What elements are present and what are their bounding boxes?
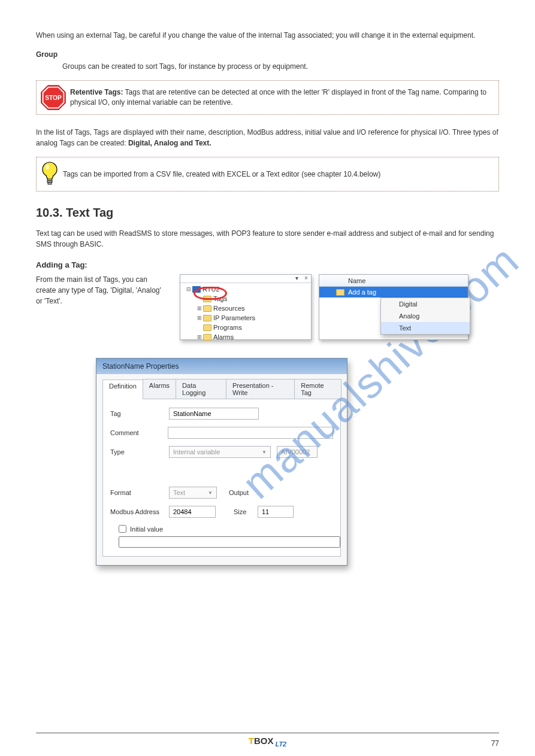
adding-tag-subtitle: Adding a Tag: <box>36 260 499 269</box>
label-comment: Comment <box>110 429 168 436</box>
chevron-down-icon: ▼ <box>208 490 213 496</box>
expander-icon[interactable]: ⊟ <box>185 286 192 292</box>
folder-icon <box>203 305 211 312</box>
name-list-panel: Name Add a tag Digital Analog Text <box>319 274 468 340</box>
list-column-header[interactable]: Name <box>319 275 468 287</box>
svg-rect-5 <box>47 181 52 183</box>
tree-item-resources[interactable]: ⊞ Resources <box>183 303 309 313</box>
dialog-tabs: Definition Alarms Data Logging Presentat… <box>102 379 341 399</box>
tree-view-panel: ▾ × ⊟ RTU2 Tags ⊞ Resources <box>180 274 312 340</box>
input-size[interactable] <box>258 506 294 518</box>
tab-alarms[interactable]: Alarms <box>143 379 176 399</box>
combo-format: Text ▼ <box>169 487 217 499</box>
checkbox-initial-value[interactable] <box>119 525 126 533</box>
chevron-down-icon: ▼ <box>262 450 267 455</box>
label-size: Size <box>234 508 258 515</box>
tag-list-paragraph: In the list of Tags, Tags are displayed … <box>36 127 499 148</box>
tree-root-label: RTU2 <box>202 286 220 293</box>
input-modbus[interactable] <box>169 506 216 518</box>
tree-item-label: IP Parameters <box>213 314 255 321</box>
label-format: Format <box>110 489 169 496</box>
context-menu: Digital Analog Text <box>380 297 470 335</box>
folder-icon <box>203 296 211 302</box>
tab-remote-tag[interactable]: Remote Tag <box>294 379 341 399</box>
combo-type: Internal variable ▼ <box>169 446 271 458</box>
svg-point-3 <box>43 162 57 177</box>
app-icon <box>192 286 201 293</box>
tree-titlebar: ▾ × <box>180 275 311 283</box>
tree-close-icon[interactable]: × <box>301 275 311 283</box>
tree-root[interactable]: ⊟ RTU2 <box>183 284 309 294</box>
add-tag-description: From the main list of Tags, you can crea… <box>36 274 168 340</box>
footer-rule <box>36 733 499 733</box>
stop-icon: STOP <box>40 84 67 111</box>
label-output: Output <box>229 489 249 496</box>
group-heading: Group <box>36 49 499 60</box>
group-paragraph: Groups can be created to sort Tags, for … <box>62 61 499 72</box>
list-row-add-tag[interactable]: Add a tag <box>319 287 468 297</box>
tree-item-alarms[interactable]: ⊞ Alarms <box>183 332 309 342</box>
label-modbus: Modbus Address <box>110 508 169 515</box>
tree-item-label: Resources <box>213 305 245 312</box>
list-row-label: Add a tag <box>348 289 376 296</box>
page-number: 77 <box>491 739 499 748</box>
tree-dropdown-icon[interactable]: ▾ <box>292 275 301 283</box>
stop-callout-text: Tags that are retentive can be detected … <box>70 88 486 107</box>
svg-text:STOP: STOP <box>45 95 62 101</box>
input-comment[interactable] <box>168 427 333 439</box>
text-tag-paragraph: Text tag can be used with ReadSMS to sto… <box>36 228 499 250</box>
svg-rect-4 <box>47 179 52 181</box>
tree-item-ip-parameters[interactable]: ⊞ IP Parameters <box>183 313 309 323</box>
input-tag[interactable] <box>169 408 259 420</box>
folder-icon <box>203 315 211 321</box>
section-title: 10.3. Text Tag <box>36 206 499 220</box>
properties-dialog: StationName Properties Definition Alarms… <box>96 358 347 566</box>
bulb-icon <box>40 161 59 187</box>
combo-format-value: Text <box>173 489 185 496</box>
footer-logo: TBOX LT2 <box>0 736 535 748</box>
input-type-code <box>277 446 318 458</box>
stop-callout: STOP Retentive Tags: Tags that are reten… <box>36 80 499 115</box>
tip-callout: Tags can be imported from a CSV file, cr… <box>36 157 499 192</box>
tree-item-label: Programs <box>213 324 242 331</box>
context-menu-text[interactable]: Text <box>381 322 470 334</box>
label-type: Type <box>110 448 169 456</box>
folder-icon <box>203 324 211 331</box>
expander-icon[interactable]: ⊞ <box>196 305 203 311</box>
item-icon <box>336 289 344 296</box>
tab-data-logging[interactable]: Data Logging <box>176 379 226 399</box>
expander-icon[interactable]: ⊞ <box>196 315 203 321</box>
label-tag: Tag <box>110 410 169 417</box>
input-initial-value <box>119 536 340 548</box>
tip-callout-text: Tags can be imported from a CSV file, cr… <box>63 169 495 180</box>
tree-item-tags[interactable]: Tags <box>183 294 309 303</box>
context-menu-analog[interactable]: Analog <box>381 310 470 322</box>
svg-rect-6 <box>48 183 52 184</box>
combo-type-value: Internal variable <box>173 448 220 456</box>
context-menu-digital[interactable]: Digital <box>381 298 470 310</box>
intro-paragraph: When using an external Tag, be careful i… <box>36 30 499 41</box>
tree-item-label: Alarms <box>213 333 234 341</box>
folder-icon <box>203 334 211 341</box>
svg-point-7 <box>46 165 49 169</box>
dialog-title: StationName Properties <box>96 359 347 374</box>
stop-callout-title: Retentive Tags: <box>70 88 123 96</box>
tab-definition[interactable]: Definition <box>102 379 143 399</box>
tree-item-label: Tags <box>213 295 227 302</box>
tree-item-programs[interactable]: Programs <box>183 323 309 332</box>
label-initial-value: Initial value <box>130 526 163 533</box>
expander-icon[interactable]: ⊞ <box>196 334 203 340</box>
tab-presentation-write[interactable]: Presentation - Write <box>226 379 295 399</box>
